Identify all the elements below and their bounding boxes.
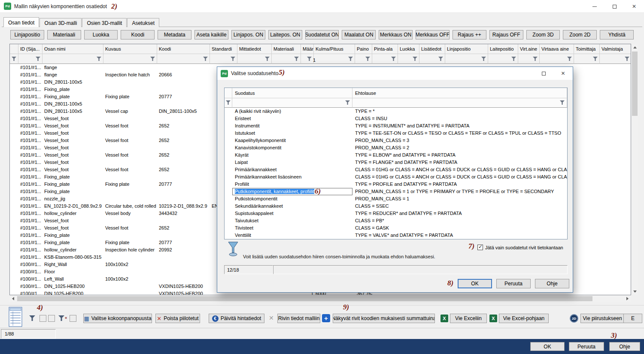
row-selector-cell[interactable] (10, 188, 18, 195)
ehtolause-filter-cell[interactable] (352, 98, 567, 108)
filter-rule-name-cell[interactable]: Primäärikannakkeet (232, 166, 352, 173)
column-header[interactable]: Lisätiedot (419, 44, 445, 54)
column-filter-cell[interactable] (372, 54, 398, 64)
filter-rule-row[interactable]: Sekundäärikannakkeet CLASS = SSEC (225, 203, 567, 210)
filter-rule-row[interactable]: Putkikomponentit, kannakkeet, profiilit … (225, 188, 567, 195)
toolbar-button[interactable]: Zoom 3D (526, 30, 560, 39)
filter-rule-row[interactable]: Supistuskappaleet TYPE = REDUCER* and DA… (225, 210, 567, 217)
row-selector-cell[interactable] (10, 181, 18, 188)
filter-rule-name-cell[interactable]: Sekundäärikannakkeet (232, 203, 352, 210)
filter-rule-name-cell[interactable]: A (kaikki rivit näkyviin) (232, 108, 352, 115)
column-filter-cell[interactable] (419, 54, 445, 64)
filter-rule-name-cell[interactable]: Käyrät (232, 151, 352, 159)
filter-rule-row[interactable]: Taivutukset CLASS = PB* (225, 217, 567, 224)
filter-funnel-icon[interactable] (438, 57, 443, 61)
filter-funnel-icon[interactable] (231, 57, 235, 61)
filter-rule-row[interactable]: Instrumentit TYPE = INSTRUMENT* and DATA… (225, 122, 567, 130)
row-selector-cell[interactable] (10, 144, 18, 151)
column-filter-cell[interactable] (103, 54, 157, 64)
column-header[interactable]: Laitepositio (488, 44, 518, 54)
toolbar-button[interactable]: Luokka (84, 30, 118, 39)
filter-rule-row[interactable]: Primäärikannakkeet lisäosineen CLASS = 0… (225, 173, 567, 181)
column-filter-cell[interactable] (445, 54, 488, 64)
row-selector-cell[interactable] (10, 268, 18, 275)
toolbar-button[interactable]: Linjapos. ON (231, 30, 265, 39)
filter-rule-row[interactable]: Kaapelihyllykomponentit PROD_MAIN_CLASS … (225, 137, 567, 144)
toolbar-button[interactable]: Rajaus ++ (453, 30, 486, 39)
tab[interactable]: Osan 3D-malli (39, 18, 82, 27)
minimize-button[interactable] (585, 0, 605, 13)
nakyvat-rivit-summattuina-button[interactable]: Näkyvät rivit koodien mukaisesti summatt… (333, 314, 435, 323)
row-selector-cell[interactable] (10, 93, 18, 100)
column-header[interactable]: Osan nimi (43, 44, 103, 54)
filter-rule-name-cell[interactable]: Instrumentit (232, 122, 352, 130)
vertical-scroll-thumb[interactable] (632, 51, 638, 116)
filter-rule-row[interactable]: Eristeet CLASS = INSU (225, 115, 567, 122)
filter-funnel-icon[interactable] (511, 57, 516, 61)
row-selector-cell[interactable] (10, 71, 18, 79)
keep-filtered-checkbox-row[interactable]: ✓ Jätä vain suodatetut rivit tietokantaa… (477, 245, 563, 250)
row-selector-cell[interactable] (10, 239, 18, 246)
row-selector-cell[interactable] (10, 203, 18, 210)
column-filter-cell[interactable] (272, 54, 301, 64)
column-filter-cell[interactable] (237, 54, 272, 64)
column-filter-cell[interactable] (18, 54, 43, 64)
filter-funnel-icon[interactable] (560, 100, 565, 105)
selector-filter-cell[interactable] (225, 98, 232, 108)
filter-funnel-icon[interactable] (12, 57, 16, 61)
filter-option-box-1[interactable] (39, 315, 46, 322)
row-selector-cell[interactable] (10, 290, 18, 295)
filter-funnel-icon[interactable] (625, 57, 629, 61)
toolbar-button[interactable]: Rajaus OFF (489, 30, 523, 39)
row-selector-cell[interactable] (10, 232, 18, 239)
filter-rule-row[interactable]: Primäärikannakkeet CLASS = 01HG or CLASS… (225, 166, 567, 173)
toolbar-button[interactable]: Aseta kaikille (194, 30, 228, 39)
filter-rule-name-cell[interactable]: Eristeet (232, 115, 352, 122)
part-list-icon[interactable] (9, 307, 22, 327)
horizontal-scroll-thumb[interactable] (17, 296, 592, 301)
column-header[interactable]: Virtaava aine (540, 44, 574, 54)
row-selector-cell[interactable] (10, 166, 18, 173)
filter-funnel-icon[interactable] (413, 57, 417, 61)
row-selector-cell[interactable] (10, 122, 18, 130)
column-filter-cell[interactable] (10, 54, 18, 64)
footer-ohje-button[interactable]: Ohje (609, 342, 640, 351)
footer-peruuta-button[interactable]: Peruuta (569, 342, 604, 351)
tab[interactable]: Osan tiedot (3, 17, 39, 27)
dialog-peruuta-button[interactable]: Peruuta (496, 279, 531, 288)
filter-rule-name-cell[interactable]: Istutukset (232, 130, 352, 137)
sum-rows-icon[interactable]: + (322, 314, 330, 322)
toolbar-button[interactable]: Yhdistä (600, 30, 634, 39)
column-filter-cell[interactable] (488, 54, 518, 64)
toolbar-button[interactable]: Koodi (121, 30, 155, 39)
vie-excel-pohjaan-button[interactable]: Vie Excel-pohjaan (499, 314, 549, 323)
filter-funnel-icon[interactable] (533, 57, 538, 61)
row-selector-cell[interactable] (10, 108, 18, 115)
filter-rule-name-cell[interactable]: Venttiilit (232, 232, 352, 239)
filter-funnel-icon[interactable] (203, 57, 208, 61)
column-header[interactable]: Paino (355, 44, 372, 54)
filter-rule-row[interactable]: Profiilit TYPE = PROFILE and DATATYPE = … (225, 181, 567, 188)
row-selector-cell[interactable] (10, 79, 18, 86)
filter-rule-row[interactable]: Tiivisteet CLASS = GASK (225, 224, 567, 232)
row-selector-cell[interactable] (10, 137, 18, 144)
filter-rule-row[interactable]: Laipat TYPE = FLANGE* and DATATYPE = PAR… (225, 159, 567, 166)
horizontal-scrollbar[interactable] (9, 295, 631, 302)
filter-funnel-icon[interactable] (226, 100, 231, 105)
column-header[interactable]: Koodi (157, 44, 210, 54)
toolbar-button[interactable]: Zoom 2D (563, 30, 597, 39)
column-filter-cell[interactable] (314, 54, 355, 64)
dialog-ohje-button[interactable]: Ohje (535, 279, 569, 288)
suodatus-column-header[interactable]: Suodatus (232, 88, 352, 98)
row-selector-cell[interactable] (10, 217, 18, 224)
column-header[interactable]: ID (Sija... (18, 44, 43, 54)
vie-exceliin-button[interactable]: Vie Exceliin (450, 314, 487, 323)
close-button[interactable]: ✕ (624, 0, 644, 13)
toolbar-button[interactable]: Metadata (158, 30, 191, 39)
row-selector-cell[interactable] (10, 173, 18, 181)
column-header[interactable]: Määrä (301, 44, 314, 54)
tab[interactable]: Asetukset (127, 18, 159, 27)
toolbar-button[interactable]: Laitepos. ON (268, 30, 302, 39)
row-selector-cell[interactable] (10, 210, 18, 217)
toolbar-button[interactable]: Merkkaus OFF (416, 30, 450, 39)
